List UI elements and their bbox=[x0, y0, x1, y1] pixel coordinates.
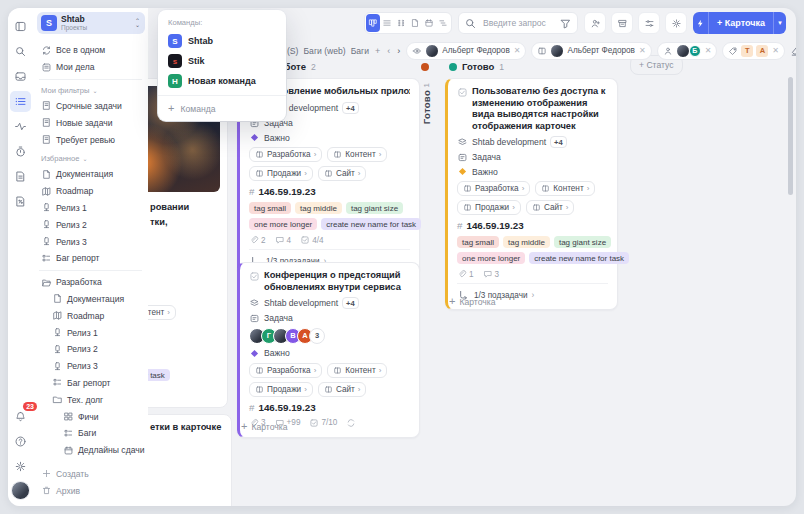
app-screenshot: Контент ровании тки, Контент› Сайт› tag … bbox=[0, 0, 804, 514]
workspace-selector[interactable]: S Shtab Проекты ⌃⌄ bbox=[37, 12, 145, 34]
category-chip[interactable]: Продажи› bbox=[249, 166, 313, 181]
inbox-button[interactable] bbox=[10, 66, 31, 87]
clear-filters-icon[interactable] bbox=[790, 45, 796, 57]
notifications-button[interactable]: 23 bbox=[10, 406, 31, 427]
board-settings-button[interactable] bbox=[665, 12, 687, 34]
sidebar-item-релиз-3[interactable]: Релиз 3 bbox=[33, 358, 148, 375]
sidebar-item-баги[interactable]: Баги bbox=[33, 425, 148, 442]
view-docs-button[interactable] bbox=[408, 14, 422, 32]
category-chip[interactable]: Сайт› bbox=[526, 200, 575, 215]
column-header-collapsed[interactable] bbox=[421, 63, 429, 71]
sidebar-item-релиз-1[interactable]: Релиз 1 bbox=[33, 324, 148, 341]
add-card-inline[interactable]: +Карточка bbox=[241, 421, 287, 432]
card-assignees[interactable]: ГВА3 bbox=[249, 328, 410, 344]
tabs-prev-button[interactable]: ‹ bbox=[386, 46, 391, 56]
sidebar-section[interactable]: Избранное⌄ bbox=[33, 151, 148, 166]
remove-chip-icon[interactable]: ✕ bbox=[705, 46, 712, 55]
team-item-stik[interactable]: s Stik bbox=[158, 51, 286, 71]
tabs-next-button[interactable]: › bbox=[396, 46, 401, 56]
search-input[interactable] bbox=[481, 17, 555, 29]
add-card-label[interactable]: + Карточка bbox=[709, 12, 773, 34]
archive-button[interactable] bbox=[611, 12, 633, 34]
quick-add-icon[interactable] bbox=[693, 12, 709, 34]
add-card-inline[interactable]: +Карточка bbox=[449, 296, 495, 307]
sidebar-item-тех-долг[interactable]: Тех. долг bbox=[33, 391, 148, 408]
sidebar-item-мои-дела[interactable]: Мои дела bbox=[33, 59, 148, 76]
category-chip[interactable]: Сайт› bbox=[318, 382, 367, 397]
panels-button[interactable] bbox=[10, 16, 31, 37]
sidebar-item-создать[interactable]: Создать bbox=[33, 466, 148, 483]
add-card-button[interactable]: + Карточка ▾ bbox=[693, 12, 786, 34]
add-team-button[interactable]: + Команда bbox=[158, 100, 286, 117]
sidebar-item-баг-репорт[interactable]: Баг репорт bbox=[33, 250, 148, 267]
sidebar-item-релиз-2[interactable]: Релиз 2 bbox=[33, 341, 148, 358]
filter-funnel-icon[interactable] bbox=[559, 17, 572, 30]
category-chip[interactable]: Разработка› bbox=[249, 363, 322, 378]
view-grid-button[interactable] bbox=[394, 14, 408, 32]
user-avatar[interactable] bbox=[11, 481, 30, 500]
sidebar-item-все-в-одном[interactable]: Все в одном bbox=[33, 42, 148, 59]
sidebar-item-roadmap[interactable]: Roadmap bbox=[33, 183, 148, 200]
sidebar-item-баг-репорт[interactable]: Баг репорт bbox=[33, 375, 148, 392]
tab-partial[interactable]: (S) bbox=[287, 46, 298, 56]
search-button[interactable] bbox=[10, 41, 31, 62]
filter-chip-3[interactable]: Б✕ bbox=[657, 42, 718, 60]
documents-button[interactable] bbox=[10, 166, 31, 187]
sidebar-item-релиз-1[interactable]: Релиз 1 bbox=[33, 200, 148, 217]
category-chip[interactable]: Сайт› bbox=[318, 166, 367, 181]
category-chip[interactable]: Продажи› bbox=[457, 200, 521, 215]
view-gantt-button[interactable] bbox=[436, 14, 450, 32]
help-button[interactable] bbox=[10, 431, 31, 452]
sidebar-item-документация[interactable]: Документация bbox=[33, 166, 148, 183]
filter-chip-1[interactable]: Альберт Федоров✕ bbox=[406, 42, 526, 60]
remove-chip-icon[interactable]: ✕ bbox=[772, 46, 779, 55]
sidebar-item-срочные-задачи[interactable]: Срочные задачи bbox=[33, 98, 148, 115]
sidebar-item-дедлайны-сдачи[interactable]: Дедлайны сдачи bbox=[33, 442, 148, 459]
sidebar-item-новые-задачи[interactable]: Новые задачи bbox=[33, 114, 148, 131]
card-title-fragment: тки, bbox=[150, 217, 168, 227]
filter-chip-4[interactable]: TA✕ bbox=[722, 42, 785, 60]
card[interactable]: Пользователю без доступа к изменению ото… bbox=[445, 78, 618, 310]
sidebar-item-фичи[interactable]: Фичи bbox=[33, 408, 148, 425]
workspace-more-badge: +4 bbox=[342, 297, 359, 309]
view-kanban-button[interactable] bbox=[366, 14, 380, 32]
remove-chip-icon[interactable]: ✕ bbox=[514, 46, 521, 55]
view-list-button[interactable] bbox=[380, 14, 394, 32]
tab-bugs[interactable]: Баги bbox=[351, 46, 369, 56]
activity-button[interactable] bbox=[10, 116, 31, 137]
search-box[interactable] bbox=[458, 12, 578, 34]
remove-chip-icon[interactable]: ✕ bbox=[639, 46, 646, 55]
reports-button[interactable] bbox=[10, 191, 31, 212]
team-item-shtab[interactable]: S Shtab bbox=[158, 31, 286, 51]
category-chip[interactable]: Разработка› bbox=[457, 181, 530, 196]
team-dropdown: Команды: S Shtab s Stik Н Новая команда … bbox=[158, 10, 286, 121]
sidebar-item-roadmap[interactable]: Roadmap bbox=[33, 307, 148, 324]
sidebar-item-архив[interactable]: Архив bbox=[33, 482, 148, 499]
vertical-scrollbar[interactable] bbox=[788, 77, 793, 195]
view-calendar-button[interactable] bbox=[422, 14, 436, 32]
sidebar-item-разработка[interactable]: Разработка bbox=[33, 274, 148, 291]
tasks-button[interactable] bbox=[10, 91, 31, 112]
sidebar-item-релиз-2[interactable]: Релиз 2 bbox=[33, 216, 148, 233]
category-chip[interactable]: Контент› bbox=[327, 363, 387, 378]
sidebar-section[interactable]: Мои фильтры⌄ bbox=[33, 83, 148, 98]
add-tab-button[interactable]: + bbox=[374, 46, 381, 56]
category-chip[interactable]: Контент› bbox=[535, 181, 595, 196]
card[interactable]: Конференция о предстоящий обновлениях вн… bbox=[237, 262, 420, 438]
category-chip[interactable]: Разработка› bbox=[249, 147, 322, 162]
tab-bugs-web[interactable]: Баги (web) bbox=[303, 46, 345, 56]
add-card-dropdown[interactable]: ▾ bbox=[773, 12, 786, 34]
sidebar-item-релиз-3[interactable]: Релиз 3 bbox=[33, 233, 148, 250]
column-header-done[interactable]: Готово 1 bbox=[449, 61, 504, 72]
invite-user-button[interactable] bbox=[584, 12, 606, 34]
time-tracking-button[interactable] bbox=[10, 141, 31, 162]
display-settings-button[interactable] bbox=[638, 12, 660, 34]
filter-chip-2[interactable]: Альберт Федоров✕ bbox=[531, 42, 651, 60]
sidebar-item-документация[interactable]: Документация bbox=[33, 291, 148, 308]
category-chip[interactable]: Продажи› bbox=[249, 382, 313, 397]
boardIcon-icon bbox=[537, 46, 547, 56]
category-chip[interactable]: Контент› bbox=[327, 147, 387, 162]
settings-button[interactable] bbox=[10, 456, 31, 477]
team-item-новая-команда[interactable]: Н Новая команда bbox=[158, 71, 286, 91]
sidebar-item-требует-ревью[interactable]: Требует ревью bbox=[33, 131, 148, 148]
